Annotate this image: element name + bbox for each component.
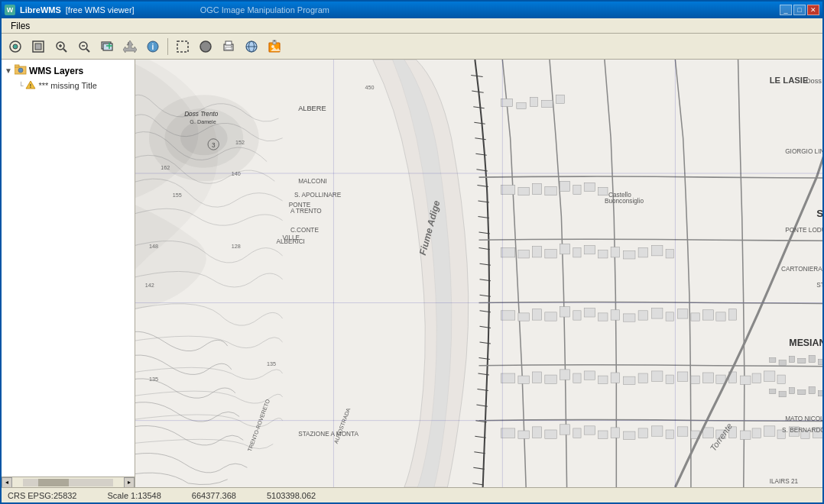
svg-rect-125 [652, 371, 663, 381]
svg-text:LE LASIE: LE LASIE [770, 76, 809, 85]
svg-text:S. APOLLINARE: S. APOLLINARE [294, 192, 342, 199]
svg-rect-161 [770, 357, 776, 362]
svg-rect-134 [764, 371, 774, 381]
map-canvas: Doss Trento G. Damele [135, 60, 822, 487]
zoom-fullextent-button[interactable] [28, 37, 49, 57]
svg-text:Buonconsiglio: Buonconsiglio [605, 198, 644, 205]
svg-rect-137 [518, 431, 529, 438]
svg-rect-84 [518, 250, 529, 258]
globe-button[interactable] [241, 37, 262, 57]
svg-rect-74 [556, 95, 564, 103]
svg-rect-128 [691, 376, 699, 383]
svg-text:STAZIONE A MONTA: STAZIONE A MONTA [298, 431, 358, 438]
info-button[interactable]: i [142, 37, 164, 57]
svg-rect-102 [584, 309, 595, 317]
close-button[interactable]: ✕ [807, 5, 819, 15]
svg-text:450: 450 [365, 84, 375, 91]
svg-rect-90 [599, 250, 608, 258]
svg-rect-32 [15, 65, 19, 67]
svg-rect-115 [518, 376, 529, 383]
svg-rect-71 [517, 103, 526, 109]
svg-point-27 [271, 45, 274, 48]
svg-text:142: 142 [145, 282, 154, 289]
svg-text:SAN  ONA: SAN ONA [816, 208, 822, 219]
svg-line-7 [63, 49, 67, 52]
add-layer-icon [100, 40, 114, 53]
scroll-track[interactable] [23, 479, 113, 486]
tree-root-wms-layers[interactable]: ▼ WMS Layers [5, 63, 131, 79]
svg-rect-79 [560, 181, 569, 191]
panel-scrollbar[interactable]: ◂ ▸ [2, 477, 135, 487]
svg-rect-95 [666, 250, 673, 258]
pan-button[interactable] [119, 37, 141, 57]
app-icon: W [5, 5, 15, 15]
tree-child-missing-title[interactable]: └ ! *** missing Title [18, 79, 131, 92]
svg-rect-101 [573, 311, 581, 320]
map-outline-button[interactable] [172, 37, 193, 57]
add-layer-button[interactable] [96, 37, 118, 57]
globe-icon [245, 40, 258, 53]
zoom-in-icon [54, 40, 68, 53]
app-subtitle: [free WMS viewer] [66, 5, 135, 15]
title-bar-left: W LibreWMS [free WMS viewer] OGC Image M… [5, 5, 329, 15]
svg-rect-121 [599, 376, 608, 383]
toolbar: i [2, 34, 822, 60]
circle-button[interactable] [195, 37, 216, 57]
svg-text:C.CONTE: C.CONTE [290, 227, 320, 234]
svg-rect-3 [35, 44, 41, 50]
svg-text:PONTE LODU: PONTE LODU [785, 227, 822, 234]
menu-files[interactable]: Files [5, 19, 36, 33]
svg-rect-172 [818, 391, 822, 396]
maximize-button[interactable]: □ [793, 5, 806, 15]
scroll-right-arrow[interactable]: ▸ [124, 477, 135, 488]
zoom-in-button[interactable] [50, 37, 72, 57]
svg-rect-106 [638, 311, 647, 320]
svg-rect-105 [624, 314, 635, 321]
svg-rect-12 [103, 44, 112, 50]
minimize-button[interactable]: _ [780, 5, 792, 15]
svg-text:GIORGIO LINO: GIORGIO LINO [785, 148, 822, 155]
svg-rect-142 [584, 426, 595, 435]
svg-rect-166 [818, 360, 822, 365]
svg-rect-104 [611, 310, 619, 320]
svg-rect-123 [624, 376, 635, 384]
crs-label: CRS EPSG:25832 [8, 491, 77, 500]
svg-rect-162 [779, 360, 786, 366]
info-icon: i [146, 40, 160, 53]
map-area[interactable]: Doss Trento G. Damele [135, 60, 822, 487]
svg-rect-154 [741, 431, 751, 439]
svg-rect-116 [532, 372, 541, 383]
svg-text:162: 162 [161, 164, 170, 171]
title-bar-controls: _ □ ✕ [780, 5, 819, 15]
svg-text:MALCONI: MALCONI [298, 178, 326, 185]
svg-rect-78 [545, 186, 556, 195]
svg-text:ALBERICI: ALBERICI [276, 238, 304, 245]
svg-point-1 [13, 44, 18, 49]
svg-rect-75 [501, 185, 514, 194]
coord-y: 5103398.062 [267, 491, 316, 500]
svg-rect-17 [177, 41, 188, 52]
svg-text:3: 3 [212, 142, 216, 149]
zoom-out-button[interactable] [73, 37, 95, 57]
svg-point-22 [231, 46, 232, 47]
svg-rect-120 [584, 371, 595, 380]
export-button[interactable] [264, 37, 285, 57]
svg-rect-118 [560, 370, 569, 380]
svg-rect-21 [225, 47, 232, 50]
svg-text:135: 135 [149, 376, 158, 383]
svg-text:Doss Castelir: Doss Castelir [806, 77, 822, 85]
svg-rect-155 [752, 428, 761, 438]
svg-rect-112 [716, 312, 725, 321]
svg-rect-127 [677, 372, 687, 381]
toolbar-separator-1 [167, 38, 168, 55]
svg-rect-85 [532, 247, 541, 257]
svg-line-10 [86, 49, 89, 52]
svg-rect-94 [652, 246, 663, 256]
scroll-left-arrow[interactable]: ◂ [2, 477, 12, 488]
print-icon [222, 40, 235, 53]
zoom-home-button[interactable] [5, 37, 26, 57]
scroll-thumb[interactable] [38, 479, 69, 486]
print-button[interactable] [218, 37, 239, 57]
svg-rect-83 [501, 248, 514, 257]
svg-rect-88 [573, 248, 581, 257]
